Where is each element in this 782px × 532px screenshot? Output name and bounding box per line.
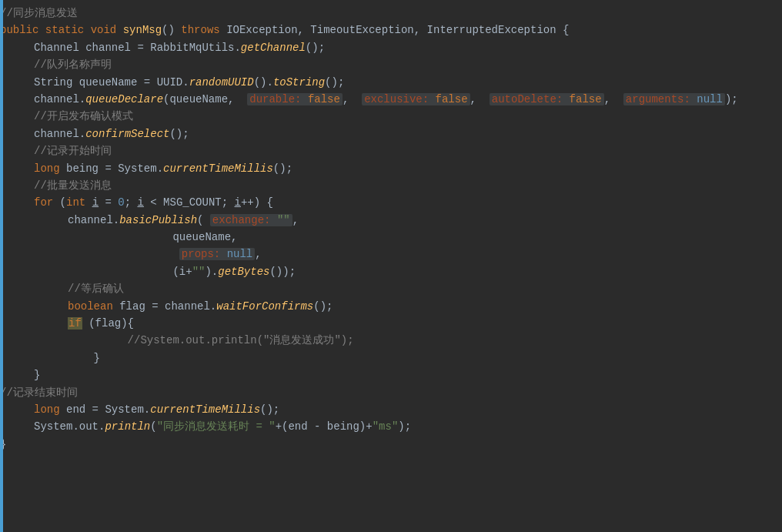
code-line: //记录开始时间: [0, 142, 782, 159]
code-line: String queueName = UUID.randomUUID().toS…: [0, 74, 782, 91]
code-line: System.out.println("同步消息发送耗时 = "+(end - …: [0, 418, 782, 435]
code-line: }: [0, 366, 782, 383]
code-line: queueName,: [0, 229, 782, 246]
code-line: channel.confirmSelect();: [0, 125, 782, 142]
code-line: long end = System.currentTimeMillis();: [0, 401, 782, 418]
code-line: if (flag){: [0, 315, 782, 332]
code-line: //System.out.println("消息发送成功");: [0, 332, 782, 349]
code-line: (i+"").getBytes());: [0, 263, 782, 280]
code-line: //批量发送消息: [0, 177, 782, 194]
code-line: public static void synMsg() throws IOExc…: [0, 22, 782, 38]
code-line: //队列名称声明: [0, 56, 782, 73]
left-accent-bar: [0, 0, 3, 532]
code-line: channel.basicPublish( exchange: "",: [0, 212, 782, 229]
code-line: }: [0, 436, 782, 453]
code-line: props: null,: [0, 246, 782, 263]
code-editor: //同步消息发送 public static void synMsg() thr…: [0, 0, 782, 532]
code-line: //记录结束时间: [0, 384, 782, 401]
code-line: channel.queueDeclare(queueName, durable:…: [0, 91, 782, 108]
code-line: boolean flag = channel.waitForConfirms()…: [0, 298, 782, 315]
code-line: //等后确认: [0, 280, 782, 297]
code-line: //开启发布确认模式: [0, 108, 782, 125]
code-line: for (int i = 0; i < MSG_COUNT; i++) {: [0, 194, 782, 211]
code-line: //同步消息发送: [0, 5, 782, 22]
code-line: long being = System.currentTimeMillis();: [0, 160, 782, 177]
code-line: }: [0, 350, 782, 366]
code-line: Channel channel = RabbitMqUtils.getChann…: [0, 39, 782, 56]
